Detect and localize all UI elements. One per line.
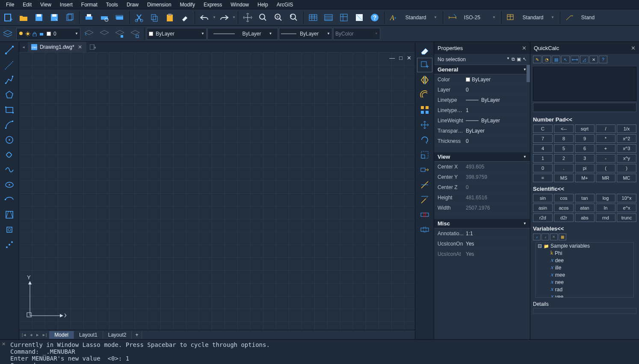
cut-button[interactable]	[132, 10, 146, 25]
arc-tool[interactable]	[2, 118, 17, 132]
rectangle-tool[interactable]	[2, 103, 17, 117]
prop-color[interactable]: ColorByLayer	[434, 74, 530, 85]
calc-key-ln[interactable]: ln	[596, 204, 615, 212]
close-icon[interactable]: ✕	[406, 55, 412, 61]
table-button[interactable]	[306, 10, 320, 25]
calc-key-6[interactable]: 6	[575, 144, 595, 153]
undo-button[interactable]	[197, 10, 212, 25]
calc-key-[interactable]: )	[617, 164, 636, 172]
prop-ucsicon[interactable]: UcsIconOnYes	[434, 239, 530, 249]
layout-first[interactable]: |◄	[21, 333, 27, 337]
misc-section[interactable]: Misc▼	[434, 219, 530, 228]
selobj-icon[interactable]: ▣	[517, 56, 521, 62]
cmd-close[interactable]: ✕	[2, 341, 6, 347]
tablestyle-icon[interactable]	[504, 10, 518, 25]
view-section[interactable]: View▼	[434, 152, 530, 162]
doc-close-button[interactable]: ✕	[77, 44, 83, 50]
color-combo[interactable]: ByLayer ▼	[147, 28, 207, 40]
var-nee[interactable]: 𝑥 nee	[536, 278, 633, 286]
var-delete[interactable]: ✕	[550, 234, 558, 240]
stretch-tool[interactable]	[417, 163, 432, 177]
menu-draw[interactable]: Draw	[122, 1, 143, 9]
calc-key-log[interactable]: log	[596, 194, 615, 202]
calc-key-cos[interactable]: cos	[554, 194, 574, 202]
getcoord-button[interactable]: ↖	[561, 56, 570, 63]
layer-state-button[interactable]	[97, 27, 111, 41]
layout-tab-2[interactable]: Layout2	[103, 331, 132, 339]
dropdown-icon[interactable]: ▼	[506, 56, 510, 62]
array-tool[interactable]	[417, 103, 432, 117]
construction-line-tool[interactable]	[2, 58, 17, 72]
prop-ltscale[interactable]: LinetypeS...1	[434, 105, 530, 115]
scale-tool[interactable]	[417, 148, 432, 162]
layer-manager-button[interactable]	[1, 27, 15, 41]
new-doc-tab[interactable]: +	[86, 44, 99, 50]
var-vee[interactable]: 𝑥 vee	[536, 293, 633, 298]
var-edit[interactable]: 𝑥	[541, 234, 549, 240]
mleaderstyle-dropdown[interactable]: Stand	[578, 14, 598, 21]
prop-ucsiconat[interactable]: UcsIconAtYes	[434, 249, 530, 259]
menu-dimension[interactable]: Dimension	[143, 1, 176, 9]
vars-folder[interactable]: ⊟ 📁 Sample variables	[536, 243, 633, 249]
calc-key-1x[interactable]: 1/x	[617, 124, 636, 133]
copy-tool[interactable]: +	[417, 58, 432, 72]
zoom-realtime-button[interactable]	[256, 10, 270, 25]
line-tool[interactable]	[2, 43, 17, 57]
rotate-tool[interactable]	[417, 133, 432, 147]
spline-tool[interactable]	[2, 163, 17, 177]
quickcalc-close[interactable]: ✕	[631, 45, 636, 51]
calc-key-MR[interactable]: MR	[596, 174, 615, 182]
calc-key-7[interactable]: 7	[533, 134, 553, 143]
sheets-button[interactable]	[62, 10, 77, 25]
linetype-combo[interactable]: ByLayer ▼	[207, 28, 278, 40]
dist-button[interactable]: ⟷	[571, 56, 579, 63]
layer-props-button[interactable]	[127, 27, 142, 41]
calc-key-r2d[interactable]: r2d	[533, 213, 553, 222]
calc-key-[interactable]: /	[596, 124, 615, 133]
help-button[interactable]: ?	[367, 10, 382, 25]
var-new[interactable]: 𝑥	[533, 234, 541, 240]
paste-button[interactable]	[163, 10, 177, 25]
textstyle-icon[interactable]: Ax	[387, 10, 401, 25]
calc-key-[interactable]: (	[596, 164, 615, 172]
calc-key-pi[interactable]: pi	[575, 164, 595, 172]
calc-key-atan[interactable]: atan	[575, 204, 595, 212]
calc-input[interactable]	[533, 103, 636, 112]
layout-add[interactable]: +	[132, 331, 142, 339]
menu-express[interactable]: Express	[199, 1, 226, 9]
mleaderstyle-icon[interactable]	[562, 10, 577, 25]
dimstyle-dropdown[interactable]: ISO-25▼	[461, 14, 499, 21]
calc-key-1[interactable]: 1	[533, 154, 553, 163]
undo-dropdown[interactable]: ▼	[213, 15, 216, 19]
calc-key-x2[interactable]: x^2	[617, 134, 636, 143]
layout-tab-model[interactable]: Model	[49, 331, 74, 339]
polyline-tool[interactable]	[2, 73, 17, 87]
tablestyle-dropdown[interactable]: Standard▼	[519, 14, 558, 21]
zoom-previous-button[interactable]	[287, 10, 301, 25]
menu-insert[interactable]: Insert	[56, 1, 77, 9]
redo-button[interactable]	[217, 10, 231, 25]
maximize-icon[interactable]: □	[398, 55, 403, 61]
lineweight-combo[interactable]: ByLayer ▼	[279, 28, 332, 40]
matchprops-button[interactable]	[178, 10, 192, 25]
copy-button[interactable]	[147, 10, 162, 25]
calc-key-[interactable]: =	[533, 174, 553, 182]
polygon-tool[interactable]	[2, 88, 17, 102]
layout-tab-1[interactable]: Layout1	[74, 331, 103, 339]
new-button[interactable]: +	[1, 10, 15, 25]
calc-key-10^x[interactable]: 10^x	[617, 194, 636, 202]
properties-button[interactable]	[321, 10, 336, 25]
save-button[interactable]	[32, 10, 46, 25]
properties-close[interactable]: ✕	[522, 45, 527, 51]
offset-tool[interactable]	[417, 88, 432, 102]
plotstyle-combo[interactable]: ByColor ▼	[333, 28, 380, 40]
prop-lweight[interactable]: LineWeightByLayer	[434, 115, 530, 126]
break-tool[interactable]	[417, 207, 432, 222]
saveas-button[interactable]	[47, 10, 62, 25]
calc-key-MS[interactable]: MS	[554, 174, 574, 182]
layout-prev[interactable]: ◄	[28, 333, 34, 337]
layout-last[interactable]: ►|	[41, 333, 47, 337]
revcloud-tool[interactable]	[2, 148, 17, 162]
textstyle-dropdown[interactable]: Standard▼	[402, 14, 441, 21]
print-preview-button[interactable]	[97, 10, 112, 25]
